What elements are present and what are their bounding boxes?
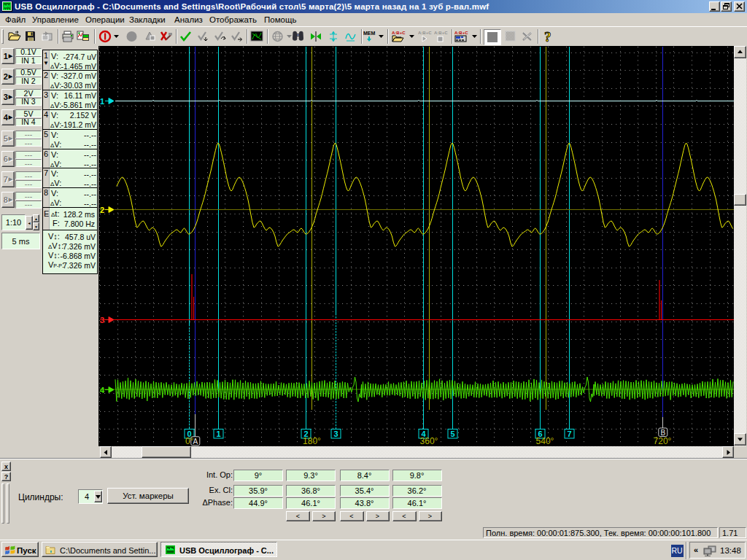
svg-text:A:B+C: A:B+C: [434, 31, 448, 35]
svg-text:360°: 360°: [420, 436, 438, 446]
svg-text:?: ?: [544, 30, 551, 43]
svg-text:A:B+C: A:B+C: [454, 31, 468, 35]
svg-text:2: 2: [100, 206, 104, 214]
svg-text:3: 3: [333, 429, 338, 438]
svg-text:0°: 0°: [185, 436, 194, 446]
svg-text:1: 1: [216, 429, 220, 438]
svg-text:180°: 180°: [303, 436, 321, 446]
svg-text:1: 1: [100, 97, 104, 106]
svg-text:540°: 540°: [536, 436, 554, 446]
svg-text:A:B+C: A:B+C: [392, 31, 406, 35]
svg-text:MEM: MEM: [363, 31, 376, 36]
svg-text:4: 4: [100, 386, 105, 394]
svg-text:720°: 720°: [654, 436, 672, 446]
svg-text:A: A: [193, 438, 198, 446]
svg-text:7: 7: [567, 429, 571, 438]
svg-text:3: 3: [100, 316, 104, 324]
svg-text:A:B+C: A:B+C: [418, 31, 432, 35]
svg-text:5: 5: [450, 429, 454, 438]
